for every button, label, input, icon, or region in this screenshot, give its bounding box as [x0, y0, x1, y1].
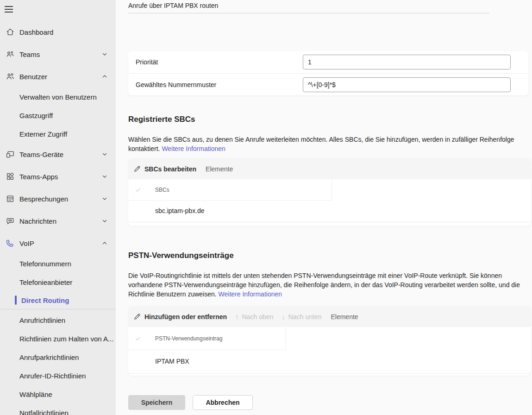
select-all-checkmark-icon[interactable]	[134, 186, 142, 194]
sidebar-item-label: Benutzer	[19, 73, 47, 81]
sidebar-item-besprechungen[interactable]: Besprechungen	[0, 188, 116, 210]
chat-icon	[6, 216, 15, 226]
edit-sbcs-button[interactable]: SBCs bearbeiten	[133, 165, 196, 173]
chevron-up-icon	[101, 73, 108, 80]
sbc-section-title: Registrierte SBCs	[128, 115, 195, 124]
sidebar-item-label: Gastzugriff	[19, 112, 53, 119]
sidebar-item-label: Anrufer-ID-Richtlinien	[19, 372, 86, 380]
hamburger-icon	[5, 6, 13, 13]
sidebar-item-label: Direct Routing	[21, 296, 69, 304]
sidebar-item-verwalten-von-benutzern[interactable]: Verwalten von Benutzern	[0, 88, 116, 106]
sbc-table-row[interactable]: sbc.iptam-pbx.de	[128, 201, 531, 222]
sidebar-item-telefonieanbieter[interactable]: Telefonieanbieter	[0, 273, 116, 291]
pstn-table: Hinzufügen oder entfernen ↑ Nach oben ↓ …	[128, 306, 531, 376]
arrow-up-icon: ↑	[235, 313, 239, 320]
sidebar-item-label: VoIP	[19, 239, 34, 247]
sbc-table: SBCs bearbeiten Elemente SBCs sbc.iptam-…	[128, 158, 531, 226]
move-down-button[interactable]: ↓ Nach unten	[282, 313, 321, 321]
page-title: Anrufe über IPTAM PBX routen	[128, 2, 218, 9]
teams-admin-center-page: Dashboard Teams Benutzer Verwalten von B…	[0, 0, 532, 415]
pstn-section-description: Die VoIP-Routingrichtlinie ist mittels d…	[128, 271, 530, 299]
priority-input[interactable]	[303, 55, 511, 69]
sidebar-item-benutzer[interactable]: Benutzer	[0, 65, 116, 88]
sidebar-item-label: Teams	[19, 50, 40, 58]
sidebar-item-anrufer-id-richtlinien[interactable]: Anrufer-ID-Richtlinien	[0, 366, 116, 385]
apps-icon	[6, 172, 15, 181]
sidebar-item-anrufrichtlinien[interactable]: Anrufrichtlinien	[0, 311, 116, 329]
sidebar-item-label: Externer Zugriff	[19, 130, 67, 138]
sidebar-item-notfallrichtlinien[interactable]: Notfallrichtlinien	[0, 403, 116, 415]
move-up-button[interactable]: ↑ Nach oben	[235, 313, 273, 321]
chevron-up-icon	[101, 239, 108, 247]
footer-actions: Speichern Abbrechen	[128, 395, 253, 410]
sidebar-item-gastzugriff[interactable]: Gastzugriff	[0, 106, 116, 125]
sidebar-item-label: Anrufparkrichtlinien	[19, 353, 79, 361]
sidebar-item-dashboard[interactable]: Dashboard	[0, 21, 116, 43]
dialed-number-pattern-input[interactable]	[303, 77, 511, 92]
chevron-down-icon	[101, 151, 108, 158]
select-all-checkmark-icon[interactable]	[134, 335, 142, 342]
hamburger-menu-button[interactable]	[0, 0, 116, 21]
add-remove-label: Hinzufügen oder entfernen	[144, 313, 227, 321]
edit-sbcs-label: SBCs bearbeiten	[144, 165, 196, 173]
priority-label: Priorität	[136, 58, 158, 66]
sidebar-item-externer-zugriff[interactable]: Externer Zugriff	[0, 125, 116, 143]
sidebar-item-telefonnummern[interactable]: Telefonnummern	[0, 254, 116, 273]
sidebar-item-label: Wählpläne	[19, 390, 52, 398]
pstn-elements-label: Elemente	[331, 313, 358, 321]
sidebar-item-label: Teams-Geräte	[19, 151, 63, 158]
sbc-elements-button[interactable]: Elemente	[206, 165, 233, 173]
column-divider	[286, 327, 286, 350]
pstn-section-title: PSTN-Verwendungseinträge	[128, 251, 234, 260]
column-divider	[332, 179, 332, 201]
sidebar-nav: Dashboard Teams Benutzer Verwalten von B…	[0, 0, 116, 415]
pencil-icon	[133, 313, 141, 321]
route-settings-card: Priorität Gewähltes Nummernmuster	[128, 51, 528, 95]
pstn-table-toolbar: Hinzufügen oder entfernen ↑ Nach oben ↓ …	[128, 306, 531, 327]
pstn-table-header: PSTN-Verwendungseintrag	[128, 327, 531, 350]
pstn-cell-value: IPTAM PBX	[155, 358, 189, 365]
sidebar-item-anrufparkrichtlinien[interactable]: Anrufparkrichtlinien	[0, 348, 116, 366]
sidebar-divider	[0, 309, 116, 309]
sidebar-item-label: Besprechungen	[19, 195, 68, 203]
priority-row: Priorität	[128, 51, 528, 73]
sbc-learn-more-link[interactable]: Weitere Informationen	[162, 145, 225, 152]
users-icon	[6, 72, 15, 81]
chevron-down-icon	[101, 50, 108, 58]
sbc-table-toolbar: SBCs bearbeiten Elemente	[128, 158, 531, 179]
phone-icon	[6, 239, 15, 248]
arrow-down-icon: ↓	[282, 313, 285, 320]
sidebar-item-teams[interactable]: Teams	[0, 43, 116, 65]
sidebar-item-label: Telefonnummern	[19, 260, 71, 268]
pstn-elements-button[interactable]: Elemente	[331, 313, 358, 321]
sidebar-item-label: Notfallrichtlinien	[19, 409, 69, 415]
sbc-section-description: Wählen Sie die SBCs aus, zu denen Sie An…	[128, 135, 527, 153]
sidebar-item-label: Nachrichten	[19, 217, 56, 225]
sidebar-item-label: Teams-Apps	[19, 173, 58, 181]
active-indicator-bar	[15, 296, 17, 305]
home-icon	[6, 27, 15, 37]
pstn-table-row[interactable]: IPTAM PBX	[128, 350, 531, 374]
sidebar-item-richtlinien-zum-halten[interactable]: Richtlinien zum Halten von A...	[0, 329, 116, 348]
teams-icon	[6, 50, 15, 59]
add-remove-button[interactable]: Hinzufügen oder entfernen	[133, 313, 227, 321]
sidebar-item-nachrichten[interactable]: Nachrichten	[0, 210, 116, 232]
cancel-button[interactable]: Abbrechen	[193, 395, 253, 410]
sidebar-item-teams-apps[interactable]: Teams-Apps	[0, 165, 116, 188]
move-up-label: Nach oben	[242, 313, 274, 321]
sbc-column-header: SBCs	[155, 187, 169, 193]
dialed-number-pattern-row: Gewähltes Nummernmuster	[128, 73, 528, 95]
pencil-icon	[133, 165, 141, 173]
pstn-learn-more-link[interactable]: Weitere Informationen	[219, 290, 282, 298]
sidebar-item-voip[interactable]: VoIP	[0, 232, 116, 254]
sidebar-item-teams-geraete[interactable]: Teams-Geräte	[0, 143, 116, 165]
main-content: Anrufe über IPTAM PBX routen Priorität G…	[116, 0, 532, 415]
sidebar-item-waehlplaene[interactable]: Wählpläne	[0, 385, 116, 403]
sidebar-item-direct-routing[interactable]: Direct Routing	[0, 291, 116, 309]
sbc-cell-value: sbc.iptam-pbx.de	[155, 207, 205, 214]
save-button[interactable]: Speichern	[128, 395, 185, 410]
sbc-elements-label: Elemente	[206, 165, 233, 173]
title-divider	[128, 13, 489, 13]
pstn-description-text: Die VoIP-Routingrichtlinie ist mittels d…	[128, 272, 520, 298]
pstn-column-header: PSTN-Verwendungseintrag	[155, 335, 222, 342]
